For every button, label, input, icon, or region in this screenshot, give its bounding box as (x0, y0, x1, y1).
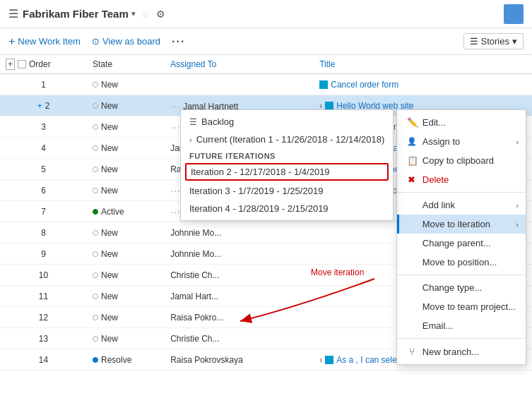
submenu-current-iteration[interactable]: › Current (Iteration 1 - 11/26/2018 - 12… (181, 131, 393, 148)
submenu-iteration-3[interactable]: Iteration 3 - 1/7/2019 - 1/25/2019 (181, 182, 393, 200)
order-value: 9 (41, 249, 46, 259)
order-value: 6 (41, 186, 46, 196)
assigned-to-name: Christie Ch... (170, 334, 219, 344)
submenu-iteration-4[interactable]: Iteration 4 - 1/28/2019 - 2/15/2019 (181, 200, 393, 217)
row-ellipsis[interactable]: ··· (170, 206, 181, 217)
work-item-title[interactable]: Cancel order form (331, 80, 398, 90)
state-dot (93, 272, 98, 278)
state-dot (93, 103, 98, 109)
assigned-to-name: Johnnie Mo... (170, 228, 221, 238)
submenu-iteration-4-label: Iteration 4 - 1/28/2019 - 2/15/2019 (189, 203, 329, 214)
cell-order: 7 (0, 201, 87, 222)
submenu-iteration-2[interactable]: Iteration 2 - 12/17/2018 - 1/4/2019 (185, 163, 389, 181)
table-row: 1NewCancel order form (0, 74, 532, 95)
submenu-future-section: FUTURE ITERATIONS (181, 148, 393, 162)
cell-assigned: Christie Ch... (165, 265, 314, 286)
stories-list-icon: ☰ (470, 36, 478, 47)
submenu-backlog-label: Backlog (201, 116, 234, 127)
checkbox-header[interactable] (18, 60, 26, 68)
menu-item-assign-to[interactable]: 👤 Assign to › (397, 132, 526, 151)
order-value: 8 (41, 228, 46, 238)
menu-assign-label: Assign to (422, 136, 460, 147)
cell-order: 6 (0, 180, 87, 201)
menu-item-edit[interactable]: ✏️ Edit... (397, 113, 526, 132)
assigned-to-name: Raisa Pokrovskaya (170, 355, 243, 365)
cell-order: 11 (0, 286, 87, 307)
edit-icon: ✏️ (407, 117, 417, 128)
move-to-iteration-submenu: ☰ Backlog › Current (Iteration 1 - 11/26… (180, 109, 394, 221)
menu-item-change-parent[interactable]: Change parent... (397, 234, 526, 253)
menu-item-delete[interactable]: ✖ Delete (397, 170, 526, 189)
header-star-icon[interactable]: ☆ (141, 8, 150, 20)
state-dot (93, 167, 98, 172)
menu-item-copy[interactable]: 📋 Copy to clipboard (397, 151, 526, 170)
cell-assigned (165, 74, 314, 95)
state-label: New (101, 291, 118, 301)
more-options-button[interactable]: ··· (172, 35, 185, 48)
state-label: Resolve (101, 355, 131, 365)
new-work-item-button[interactable]: + New Work Item (8, 35, 81, 48)
cell-order: 3 (0, 116, 87, 138)
expand-arrow-icon[interactable]: › (319, 355, 322, 365)
state-dot (93, 357, 98, 363)
cell-state: Active (87, 201, 165, 222)
stories-dropdown-button[interactable]: ☰ Stories ▾ (463, 33, 524, 49)
menu-divider-1 (397, 192, 526, 193)
view-as-board-label: View as board (102, 36, 160, 47)
header-title[interactable]: Fabrikam Fiber Team (23, 8, 129, 20)
menu-delete-label: Delete (422, 174, 449, 185)
menu-item-move-to-iteration[interactable]: Move to iteration › (397, 215, 526, 234)
view-as-board-button[interactable]: ⊙ View as board (92, 36, 160, 47)
toolbar: + New Work Item ⊙ View as board ··· ☰ St… (0, 28, 532, 55)
menu-email-label: Email... (422, 320, 453, 331)
state-dot (93, 315, 98, 320)
state-label: New (101, 270, 118, 280)
plus-icon: + (8, 35, 15, 48)
menu-edit-label: Edit... (422, 117, 446, 128)
menu-copy-label: Copy to clipboard (422, 155, 494, 166)
state-dot (93, 336, 98, 342)
menu-item-move-team-project[interactable]: Move to team project... (397, 297, 526, 316)
menu-item-move-position[interactable]: Move to position... (397, 253, 526, 272)
add-link-chevron-icon: › (516, 201, 519, 210)
assigned-to-name: Christie Ch... (170, 270, 219, 280)
menu-item-email[interactable]: Email... (397, 316, 526, 335)
cell-state: Resolve (87, 349, 165, 371)
cell-assigned: Raisa Pokrovskaya (165, 349, 314, 371)
new-work-item-label: New Work Item (18, 36, 81, 47)
circle-arrow-icon: ⊙ (92, 36, 100, 47)
menu-change-type-label: Change type... (422, 282, 483, 293)
state-dot (93, 145, 98, 151)
cell-order: 9 (0, 243, 87, 265)
state-dot (93, 188, 98, 193)
col-header-title: Title (314, 55, 532, 74)
cell-assigned: Johnnie Mo... (165, 222, 314, 243)
menu-item-change-type[interactable]: Change type... (397, 278, 526, 297)
state-dot (93, 124, 98, 130)
work-item-type-icon (319, 80, 328, 89)
submenu-backlog[interactable]: ☰ Backlog (181, 113, 393, 131)
context-menu: ✏️ Edit... 👤 Assign to › 📋 Copy to clipb… (396, 109, 526, 365)
state-label: New (101, 122, 118, 132)
menu-add-link-label: Add link (422, 200, 455, 210)
cell-order: 14 (0, 349, 87, 371)
order-value: 13 (39, 334, 48, 344)
state-dot (93, 230, 98, 236)
row-ellipsis[interactable]: ··· (170, 185, 181, 196)
order-value: 11 (39, 291, 48, 301)
state-label: New (101, 186, 118, 196)
cell-order: 1 (0, 74, 87, 95)
menu-move-iteration-label: Move to iteration (422, 219, 490, 229)
row-ellipsis[interactable]: ··· (170, 121, 181, 133)
menu-item-add-link[interactable]: Add link › (397, 196, 526, 215)
expand-all-icon[interactable]: + (6, 59, 15, 70)
row-ellipsis[interactable]: ··· (170, 100, 181, 112)
cell-state: New (87, 328, 165, 349)
state-dot (93, 251, 98, 257)
header-chevron-icon[interactable]: ▾ (131, 9, 136, 18)
stories-label: Stories (481, 36, 509, 47)
header-people-icon[interactable]: ⚙ (156, 8, 165, 20)
menu-item-new-branch[interactable]: ⑂ New branch... (397, 342, 526, 361)
cell-order: 13 (0, 328, 87, 349)
add-child-icon[interactable]: + (37, 101, 42, 111)
